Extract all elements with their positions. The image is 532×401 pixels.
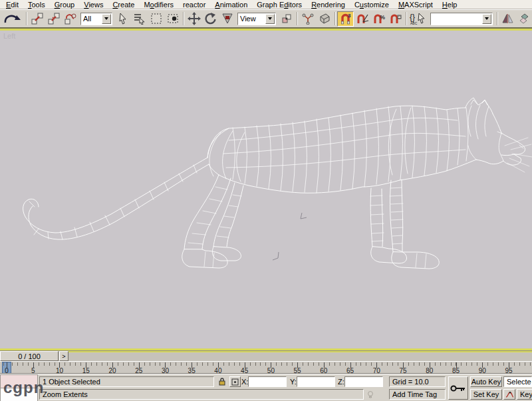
menu-modifiers[interactable]: Modifiers xyxy=(139,1,178,9)
toolbar-separator xyxy=(295,12,299,25)
communicator-icon xyxy=(366,389,374,400)
z-coordinate-field[interactable] xyxy=(344,376,383,387)
toolbar-separator xyxy=(181,12,186,25)
grid-status-field: Grid = 10.0 xyxy=(389,376,446,387)
trackbar-tick-95: 95 xyxy=(501,362,517,374)
toolbar-separator xyxy=(332,12,337,25)
menu-maxscript[interactable]: MAXScript xyxy=(394,1,438,9)
x-label: X: xyxy=(241,376,248,387)
key-filters-button[interactable]: Key Filters... xyxy=(517,389,532,400)
menu-group[interactable]: Group xyxy=(50,1,80,9)
trackbar-tick-45: 45 xyxy=(237,362,253,374)
selection-lock-icon[interactable] xyxy=(216,376,227,387)
menu-help[interactable]: Help xyxy=(438,1,462,9)
trackbar-tick-80: 80 xyxy=(422,362,438,374)
absolute-mode-transform-icon[interactable] xyxy=(229,376,241,387)
trackbar-tick-35: 35 xyxy=(184,362,200,374)
trackbar-tick-55: 55 xyxy=(289,362,305,374)
align-icon[interactable] xyxy=(516,11,532,27)
menu-customize[interactable]: Customize xyxy=(350,1,394,9)
angle-snap-toggle-icon[interactable] xyxy=(354,11,370,27)
main-toolbar: All View xyxy=(0,9,532,27)
edit-named-selection-sets-icon[interactable]: {}ABC xyxy=(408,11,428,27)
chevron-down-icon[interactable] xyxy=(102,14,111,24)
trackbar-tick-75: 75 xyxy=(395,362,411,374)
key-mode-dropdown[interactable]: Selected xyxy=(503,376,532,387)
select-object-icon[interactable] xyxy=(114,11,131,27)
select-and-manipulate-icon[interactable] xyxy=(299,11,316,27)
next-frame-button[interactable]: > xyxy=(59,351,68,361)
percent-glyph: % xyxy=(380,14,385,21)
trackbar-tick-40: 40 xyxy=(210,362,226,374)
trackbar-tick-5: 5 xyxy=(25,362,41,374)
unlink-selection-icon[interactable] xyxy=(45,11,62,27)
prompt-line: Zoom Extents xyxy=(39,389,364,400)
trackbar-tick-10: 10 xyxy=(51,362,67,374)
helper-gizmo-icon xyxy=(273,213,307,260)
selection-status-field: 1 Object Selected xyxy=(39,376,214,387)
track-bar[interactable]: 05101520253035404550556065707580859095 xyxy=(0,361,532,374)
set-key-button[interactable]: Set Key xyxy=(470,389,502,400)
selection-filter-value: All xyxy=(81,15,101,23)
x-coordinate-field[interactable] xyxy=(248,376,287,387)
mirror-icon[interactable] xyxy=(499,11,516,27)
time-slider-track[interactable] xyxy=(68,351,532,361)
bind-to-space-warp-icon[interactable] xyxy=(62,11,78,27)
menu-rendering[interactable]: Rendering xyxy=(307,1,350,9)
menu-reactor[interactable]: reactor xyxy=(178,1,210,9)
menu-edit[interactable]: Edit xyxy=(1,1,23,9)
time-slider-handle[interactable]: 0 / 100 xyxy=(0,351,59,361)
z-label: Z: xyxy=(338,376,344,387)
trackbar-tick-60: 60 xyxy=(316,362,332,374)
use-pivot-point-center-icon[interactable] xyxy=(278,11,295,27)
trackbar-tick-25: 25 xyxy=(131,362,147,374)
menu-views[interactable]: Views xyxy=(79,1,108,9)
3ds-max-window: EditToolsGroupViewsCreateModifiersreacto… xyxy=(0,0,532,401)
rectangular-selection-region-icon[interactable] xyxy=(148,11,164,27)
menu-create[interactable]: Create xyxy=(108,1,139,9)
trackbar-tick-70: 70 xyxy=(368,362,384,374)
snap-toggle-3d-icon[interactable]: 3 xyxy=(337,11,354,27)
trackbar-tick-30: 30 xyxy=(157,362,173,374)
keyboard-shortcut-override-icon[interactable] xyxy=(316,11,332,27)
svg-text:ABC: ABC xyxy=(410,21,418,25)
spinner-snap-toggle-icon[interactable] xyxy=(387,11,404,27)
selection-filter-dropdown[interactable]: All xyxy=(80,13,112,25)
menu-tools[interactable]: Tools xyxy=(23,1,50,9)
percent-snap-toggle-icon[interactable]: % xyxy=(370,11,387,27)
snap-3-badge: 3 xyxy=(348,13,351,19)
default-tangent-icon[interactable] xyxy=(503,389,515,400)
menu-bar: EditToolsGroupViewsCreateModifiersreacto… xyxy=(0,0,532,9)
select-and-rotate-icon[interactable] xyxy=(202,11,219,27)
select-and-move-icon[interactable] xyxy=(186,11,202,27)
named-selection-sets-dropdown[interactable] xyxy=(430,13,493,25)
menu-graph-editors[interactable]: Graph Editors xyxy=(252,1,307,9)
status-bar: cgpn 1 Object Selected X: Y: Z: Grid = 1… xyxy=(0,374,532,401)
viewport-left[interactable]: Left xyxy=(0,27,532,350)
select-and-link-icon[interactable] xyxy=(29,11,45,27)
svg-text:{}: {} xyxy=(410,13,415,22)
auto-key-button[interactable]: Auto Key xyxy=(470,376,502,387)
chevron-down-icon[interactable] xyxy=(265,14,275,24)
chevron-down-icon[interactable] xyxy=(482,14,491,24)
trackbar-tick-15: 15 xyxy=(78,362,94,374)
reference-coordinate-system-dropdown[interactable]: View xyxy=(237,13,276,25)
undo-icon[interactable] xyxy=(1,11,24,27)
toolbar-separator xyxy=(404,12,408,25)
trackbar-tick-20: 20 xyxy=(104,362,120,374)
set-keys-button[interactable] xyxy=(448,376,468,400)
toolbar-separator xyxy=(24,12,29,25)
y-label: Y: xyxy=(290,376,297,387)
time-slider-value: 0 / 100 xyxy=(18,352,41,360)
add-time-tag-field[interactable]: Add Time Tag xyxy=(389,389,446,400)
y-coordinate-field[interactable] xyxy=(297,376,335,387)
menu-animation[interactable]: Animation xyxy=(210,1,252,9)
active-viewport-border-top xyxy=(0,27,532,31)
window-crossing-toggle-icon[interactable] xyxy=(164,11,181,27)
select-by-name-icon[interactable] xyxy=(131,11,148,27)
watermark: cgpn xyxy=(3,378,44,397)
trackbar-tick-50: 50 xyxy=(263,362,279,374)
select-and-uniform-scale-icon[interactable] xyxy=(219,11,235,27)
time-slider: 0 / 100 > xyxy=(0,350,532,361)
trackbar-tick-0: 0 xyxy=(0,362,15,374)
